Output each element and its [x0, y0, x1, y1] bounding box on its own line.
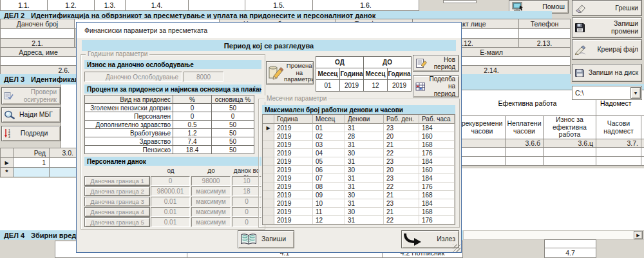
data-cell[interactable]	[505, 156, 544, 166]
row-selector[interactable]	[263, 132, 274, 141]
tax-number-input-cell[interactable]	[0, 28, 75, 39]
data-cell[interactable]	[543, 156, 596, 166]
split-period-button[interactable]: Поделба на период	[413, 75, 459, 97]
selector-col-header	[0, 148, 14, 158]
create-file-button[interactable]: Креирај фајл	[572, 39, 642, 60]
row-selector[interactable]	[263, 208, 274, 216]
monthly-row[interactable]: 2019 05 31 23 184	[263, 157, 455, 166]
data-cell[interactable]	[641, 147, 644, 157]
row-selector[interactable]	[263, 183, 274, 191]
address-input-cell[interactable]	[0, 56, 77, 66]
monthly-row[interactable]: 2019 11 30 21 168	[263, 208, 455, 216]
row-selector[interactable]	[263, 157, 274, 166]
days-cell: 30	[345, 208, 384, 216]
data-cell[interactable]	[505, 147, 544, 157]
data-cell[interactable]	[596, 147, 641, 157]
row-selector[interactable]	[263, 199, 274, 208]
contribution-row: Пензиско 18.4 50	[85, 146, 254, 154]
tax-bracket-row: Даночна граница 5 0.01 максимум 0	[84, 217, 263, 227]
data-row[interactable]	[459, 156, 644, 166]
check-insured-button[interactable]: Провери осигуреник	[1, 87, 61, 104]
sort-button[interactable]: 123 Подреди	[1, 126, 61, 141]
application-window: 1.1.1.2.1.3.1.4.1.5.1.6. Помош ДЕЛ 2 Иде…	[0, 0, 644, 258]
errors-button[interactable]: Грешки	[572, 0, 642, 16]
data-cell[interactable]	[596, 156, 641, 166]
workhours-cell: 184	[419, 124, 455, 132]
sidebar-grid-row[interactable]: ▶ 1	[0, 157, 78, 168]
row-value-cell[interactable]	[49, 157, 78, 168]
contribution-pct: 7.4	[173, 137, 212, 146]
clipped-cell	[443, 0, 477, 3]
row-selector-marker[interactable]: ▶	[0, 157, 14, 168]
new-row-cell-1[interactable]	[13, 167, 50, 177]
contribution-row: Вработување 1.2 50	[85, 129, 254, 137]
new-period-label: Нов период	[428, 56, 459, 70]
new-period-button[interactable]: Нов период	[413, 55, 459, 72]
new-row-cell-2[interactable]	[49, 167, 78, 177]
save-to-disk-label: Запиши на диск	[585, 69, 641, 77]
new-period-icon	[415, 58, 428, 69]
monthly-row[interactable]: 2019 09 30 21 168	[263, 191, 455, 199]
column-header-cell	[641, 115, 644, 139]
monthly-row[interactable]: 2019 04 30 22 176	[263, 149, 455, 157]
monthly-row[interactable]: 2019 12 31 22 176	[263, 216, 455, 224]
horizontal-scrollbar[interactable]	[463, 230, 644, 240]
row-selector[interactable]: ▶	[263, 124, 274, 132]
tax-rate-box: 0	[232, 217, 261, 227]
monthly-row[interactable]: 2019 06 30 20 160	[263, 166, 455, 174]
data-cell[interactable]	[459, 147, 506, 157]
exit-button[interactable]: Излез	[401, 230, 459, 248]
monthly-row[interactable]: 2019 08 31 22 176	[263, 183, 455, 191]
period-table-values: 01 2019 12 2019	[316, 80, 412, 92]
row-selector[interactable]	[263, 216, 274, 224]
month-cell: 04	[313, 149, 345, 157]
find-mbg-button[interactable]: Најди МБГ	[1, 107, 61, 123]
dialog-titlebar[interactable]: Финансиски параметри за пресметката	[77, 23, 461, 38]
row-selector[interactable]	[263, 141, 274, 149]
tax-bracket-label: Даночна граница 1	[84, 176, 150, 186]
monthly-section-header: Максимален број работни денови и часови	[262, 105, 455, 114]
tax-bracket-label: Даночна граница 4	[84, 207, 150, 217]
save-changes-button[interactable]: Запиши промени	[572, 17, 642, 38]
tax-bracket-row: Даночна граница 3 0.01 максимум 0	[84, 197, 263, 206]
contribution-row: Здравство 7.4 50	[85, 137, 254, 146]
monthly-row[interactable]: 2019 02 28 20 160	[263, 132, 455, 141]
contribution-row: Дополнително здравство 0.5 50	[85, 121, 254, 129]
save-to-disk-button[interactable]: Запиши на диск	[572, 64, 642, 82]
row-selector[interactable]	[263, 166, 274, 174]
workhours-cell: 176	[419, 183, 455, 191]
tax-brackets: Даночна граница 1 0 98000 10 Даночна гра…	[84, 176, 263, 228]
row-selector[interactable]	[263, 174, 274, 183]
contributions-section-header: Проценти за придонеси и најниска основиц…	[84, 84, 261, 94]
monthly-row[interactable]: 2019 10 31 23 184	[263, 199, 455, 208]
monthly-row[interactable]: 2019 07 31 23 184	[263, 174, 455, 183]
monthly-row[interactable]: 2019 03 31 21 168	[263, 141, 455, 149]
save-button[interactable]: Запиши	[238, 230, 294, 248]
data-cell[interactable]	[459, 156, 506, 166]
scroll-right-button[interactable]: ▶	[634, 231, 643, 239]
contribution-base: 0	[212, 112, 254, 121]
change-parameters-button[interactable]: Промена на параметри	[266, 61, 314, 84]
exemption-value-box: 8000	[184, 72, 223, 82]
workhours-cell: 184	[419, 199, 455, 208]
data-cell[interactable]	[543, 147, 596, 157]
tax-col-to: до	[191, 167, 231, 174]
monthly-row[interactable]: ▶ 2019 01 31 23 184	[263, 124, 455, 132]
data-row[interactable]	[459, 147, 644, 157]
column-header-cell: Износ за ефективна работа	[543, 115, 596, 139]
year-cell: 2019	[274, 166, 313, 174]
col-3-0-header: 3.0.	[49, 148, 78, 158]
top-code-cell: 1.1.	[0, 0, 48, 11]
row-selector[interactable]	[263, 191, 274, 199]
combo-dropdown-button[interactable]: ▼	[630, 87, 641, 99]
phone-input-cell[interactable]	[518, 28, 571, 39]
drive-combo[interactable]: C:\ ▼	[572, 86, 642, 100]
monthly-grid: Година Месец Денови Раб. ден. Раб. часа …	[262, 114, 455, 225]
resize-grip[interactable]	[453, 244, 460, 252]
data-cell[interactable]	[641, 156, 644, 166]
row-selector[interactable]	[263, 149, 274, 157]
sidebar-grid-new-row[interactable]: *	[0, 167, 78, 177]
year-cell: 2019	[274, 124, 313, 132]
new-row-marker[interactable]: *	[0, 167, 14, 177]
bottom-cell-4-7-input[interactable]	[544, 239, 596, 248]
